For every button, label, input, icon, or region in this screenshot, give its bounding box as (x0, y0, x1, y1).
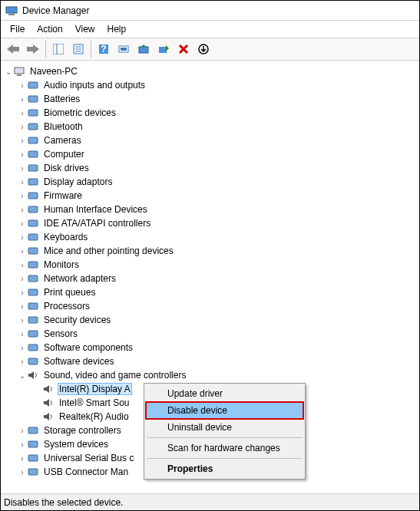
context-menu-item[interactable]: Uninstall device (146, 419, 303, 436)
expand-icon[interactable]: › (18, 454, 27, 463)
expand-icon[interactable]: › (18, 316, 27, 325)
expand-icon[interactable]: › (18, 275, 27, 283)
expand-icon[interactable]: › (18, 427, 27, 435)
tree-category[interactable]: ›Display adaptors (2, 175, 418, 189)
tree-category[interactable]: ›Processors (2, 299, 418, 313)
category-label: Sound, video and game controllers (42, 369, 187, 381)
svg-rect-11 (121, 48, 127, 51)
scan-hardware-button[interactable] (114, 40, 133, 58)
expand-icon[interactable]: › (18, 178, 27, 186)
forward-button[interactable] (24, 40, 42, 58)
expand-icon[interactable]: › (18, 468, 27, 476)
expand-icon[interactable]: › (18, 81, 27, 90)
expand-icon[interactable]: › (18, 123, 27, 131)
expand-icon[interactable]: › (18, 150, 27, 159)
separator (91, 41, 91, 58)
menu-separator (147, 458, 303, 459)
category-label: Audio inputs and outputs (42, 79, 147, 91)
expand-icon[interactable]: › (18, 219, 27, 228)
tree-category[interactable]: ›Sensors (2, 327, 418, 341)
svg-rect-1 (8, 14, 15, 15)
device-icon (27, 272, 39, 285)
expand-icon[interactable]: › (18, 344, 27, 352)
svg-rect-40 (28, 427, 38, 434)
device-icon (27, 134, 39, 147)
menu-view[interactable]: View (69, 22, 101, 36)
expand-icon[interactable]: › (18, 192, 27, 200)
device-icon (27, 355, 39, 368)
expand-icon[interactable]: › (18, 109, 27, 117)
root-label: Naveen-PC (28, 65, 79, 77)
tree-category[interactable]: ›Human Interface Devices (2, 203, 418, 216)
svg-rect-28 (28, 206, 38, 213)
separator (45, 41, 46, 58)
expand-icon[interactable]: › (18, 330, 27, 338)
help-button[interactable]: ? (94, 40, 113, 58)
context-menu-label: Uninstall device (167, 422, 232, 433)
properties-button[interactable] (69, 40, 88, 58)
window-title: Device Manager (22, 5, 89, 16)
update-driver-button[interactable] (134, 40, 153, 58)
tree-category[interactable]: ›Security devices (2, 313, 418, 327)
tree-category[interactable]: ›Print queues (2, 285, 418, 299)
tree-category[interactable]: ›Mice and other pointing devices (2, 244, 418, 258)
back-button[interactable] (4, 40, 22, 58)
expand-icon[interactable]: › (18, 261, 27, 269)
category-label: Bluetooth (42, 120, 84, 133)
tree-category[interactable]: ›Network adapters (2, 272, 418, 285)
svg-rect-37 (28, 331, 38, 337)
uninstall-button[interactable] (174, 40, 193, 58)
device-label: Intel(R) Display A (58, 383, 132, 395)
expand-icon[interactable]: › (18, 164, 27, 173)
tree-category[interactable]: ›Computer (2, 147, 418, 161)
device-icon (27, 328, 39, 340)
menu-action[interactable]: Action (31, 22, 68, 36)
expand-icon[interactable]: › (18, 440, 27, 449)
expand-icon[interactable]: › (18, 137, 27, 145)
tree-category[interactable]: ›Audio inputs and outputs (2, 78, 418, 92)
context-menu-item[interactable]: Properties (146, 460, 303, 477)
tree-category[interactable]: ›Firmware (2, 189, 418, 203)
expand-icon[interactable]: › (18, 302, 27, 311)
show-hide-pane-button[interactable] (49, 40, 68, 58)
context-menu-label: Scan for hardware changes (167, 443, 280, 453)
collapse-icon[interactable]: ⌄ (18, 371, 27, 380)
tree-category[interactable]: ›IDE ATA/ATAPI controllers (2, 216, 418, 230)
expand-icon[interactable]: › (18, 288, 27, 297)
expand-icon[interactable]: › (18, 247, 27, 256)
tree-category[interactable]: ›Keyboards (2, 230, 418, 244)
tree-category[interactable]: ›Disk drives (2, 161, 418, 175)
expand-icon[interactable]: › (18, 95, 27, 104)
collapse-icon[interactable]: ⌄ (4, 68, 13, 76)
menu-help[interactable]: Help (101, 22, 133, 36)
tree-category[interactable]: ›Cameras (2, 134, 418, 147)
expand-icon[interactable]: › (18, 233, 27, 242)
tree-category[interactable]: ›Software components (2, 341, 418, 354)
context-menu-item[interactable]: Disable device (146, 402, 303, 419)
context-menu-item[interactable]: Scan for hardware changes (146, 440, 303, 457)
tree-category[interactable]: ›Bluetooth (2, 120, 418, 134)
enable-device-button[interactable] (154, 40, 173, 58)
tree-category[interactable]: ›Monitors (2, 258, 418, 272)
tree-category-sound[interactable]: ⌄ Sound, video and game controllers (2, 368, 418, 382)
svg-rect-31 (28, 248, 38, 254)
category-label: Keyboards (42, 231, 89, 243)
device-icon (27, 217, 39, 229)
tree-root[interactable]: ⌄ Naveen-PC (2, 64, 418, 78)
device-icon (27, 438, 39, 450)
svg-rect-21 (28, 110, 38, 116)
category-label: USB Connector Man (42, 466, 130, 478)
svg-rect-13 (159, 47, 167, 53)
menu-file[interactable]: File (4, 22, 31, 36)
expand-icon[interactable]: › (18, 206, 27, 214)
category-label: Monitors (42, 259, 81, 271)
expand-icon[interactable]: › (18, 358, 27, 366)
svg-rect-0 (6, 7, 17, 13)
tree-category[interactable]: ›Biometric devices (2, 106, 418, 120)
svg-rect-35 (28, 303, 38, 309)
tree-category[interactable]: ›Software devices (2, 354, 418, 368)
context-menu-label: Disable device (167, 405, 227, 416)
disable-device-button[interactable] (194, 40, 213, 58)
context-menu-item[interactable]: Update driver (146, 385, 303, 402)
tree-category[interactable]: ›Batteries (2, 92, 418, 106)
